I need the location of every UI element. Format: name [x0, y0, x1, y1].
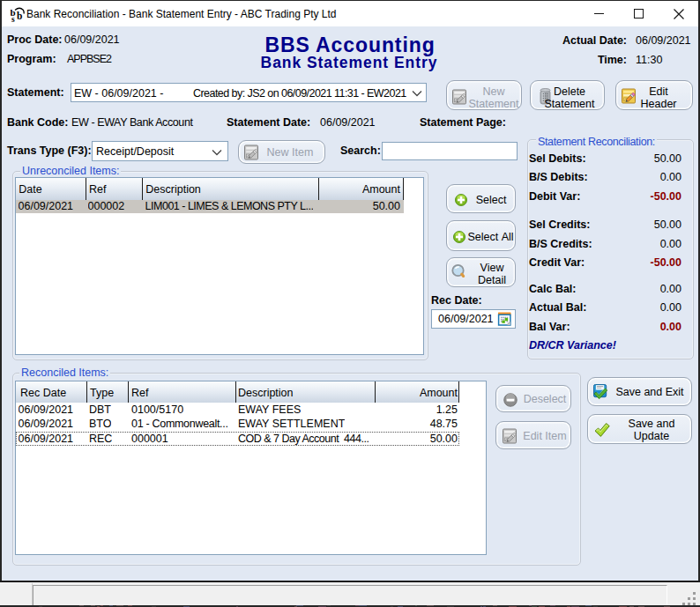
svg-text:b: b	[17, 11, 22, 21]
svg-text:s: s	[11, 15, 15, 23]
